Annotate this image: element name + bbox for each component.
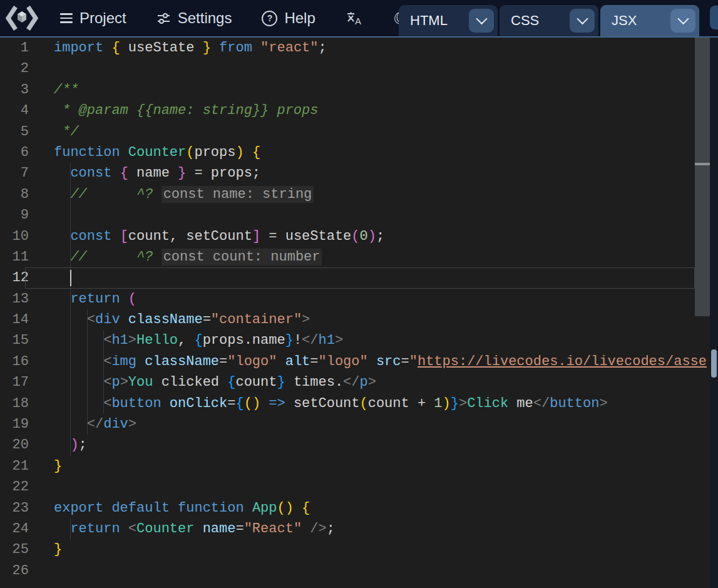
- code-line[interactable]: 1import { useState } from "react";: [0, 38, 718, 58]
- line-number: 7: [0, 163, 39, 183]
- code-line[interactable]: 16 <img className="logo" alt="logo" src=…: [0, 351, 718, 372]
- line-number: 17: [0, 372, 39, 393]
- indent-guide: [70, 289, 71, 309]
- code-text: [39, 205, 718, 225]
- code-token: [302, 521, 310, 537]
- code-token: {: [235, 396, 244, 411]
- code-token: onClick: [170, 396, 227, 411]
- code-token: me: [508, 396, 533, 411]
- code-line[interactable]: 17 <p>You clicked {count} times.</p>: [0, 372, 718, 393]
- code-token: "react": [260, 40, 318, 56]
- code-text: * @param {{name: string}} props: [39, 100, 718, 121]
- code-token: img: [111, 354, 136, 369]
- translate-button[interactable]: A: [346, 10, 363, 26]
- code-line[interactable]: 6function Counter(props) {: [0, 142, 718, 163]
- code-line[interactable]: 21}: [0, 456, 718, 477]
- code-token: [211, 40, 219, 56]
- line-number: 1: [0, 38, 39, 58]
- code-token: >: [302, 312, 310, 328]
- code-token: [277, 354, 285, 369]
- code-token: [54, 291, 70, 307]
- code-text: const { name } = props;: [39, 163, 718, 183]
- tab-css[interactable]: CSS: [500, 5, 598, 36]
- tab-html[interactable]: HTML: [399, 5, 498, 36]
- project-menu-button[interactable]: Project: [60, 9, 126, 27]
- code-text: <button onClick={() => setCount(count + …: [39, 393, 718, 414]
- code-token: <: [103, 333, 111, 348]
- help-menu-button[interactable]: ? Help: [262, 9, 315, 27]
- code-token: [153, 249, 161, 265]
- code-line[interactable]: 24 return <Counter name="React" />;: [0, 518, 718, 539]
- code-token: [170, 500, 178, 516]
- code-token: setCount: [285, 396, 360, 411]
- indent-guide: [70, 309, 71, 330]
- code-line[interactable]: 25}: [0, 539, 718, 560]
- code-token: [120, 291, 128, 307]
- url-link[interactable]: https://livecodes.io/livecodes/asse: [418, 354, 707, 369]
- code-line[interactable]: 2: [0, 58, 718, 79]
- livecodes-logo[interactable]: [5, 4, 39, 33]
- code-line[interactable]: 13 return (: [0, 289, 718, 309]
- code-editor[interactable]: 1import { useState } from "react";23/**4…: [0, 38, 718, 588]
- code-token: p: [111, 374, 120, 390]
- line-number: 6: [0, 142, 39, 163]
- line-number: 14: [0, 309, 39, 330]
- settings-menu-label: Settings: [178, 9, 232, 27]
- code-line[interactable]: 26: [0, 560, 718, 581]
- code-line[interactable]: 5 */: [0, 121, 718, 142]
- code-token: >: [459, 396, 467, 411]
- line-number: 2: [0, 58, 39, 79]
- code-token: =: [310, 354, 318, 369]
- split-gutter[interactable]: [710, 38, 718, 588]
- code-token: [244, 145, 252, 160]
- clipped-button[interactable]: [710, 6, 718, 29]
- code-line[interactable]: 4 * @param {{name: string}} props: [0, 100, 718, 121]
- settings-menu-button[interactable]: Settings: [156, 9, 232, 27]
- code-token: ): [443, 396, 451, 411]
- code-line[interactable]: 10 const [count, setCount] = useState(0)…: [0, 226, 718, 247]
- tab-jsx[interactable]: JSX: [600, 5, 699, 36]
- code-token: />: [310, 521, 326, 537]
- code-token: [54, 333, 103, 348]
- code-token: </: [302, 333, 318, 348]
- chevron-down-icon: [677, 13, 689, 24]
- code-token: ): [252, 396, 260, 411]
- pane-scrollbar-thumb[interactable]: [711, 349, 717, 378]
- html-language-selector-button[interactable]: [469, 9, 494, 33]
- code-text: // ^? const count: number: [39, 247, 718, 267]
- code-line[interactable]: 15 <h1>Hello, {props.name}!</h1>: [0, 330, 718, 351]
- indent-guide: [70, 435, 71, 455]
- code-token: [54, 396, 103, 411]
- line-number: 24: [0, 518, 39, 539]
- editor-scrollbar: [695, 38, 710, 588]
- line-number: 25: [0, 539, 39, 560]
- code-token: Counter: [128, 145, 186, 160]
- code-token: [120, 145, 128, 160]
- code-line[interactable]: 22: [0, 477, 718, 497]
- code-line[interactable]: 11 // ^? const count: number: [0, 247, 718, 267]
- code-token: =: [401, 354, 409, 369]
- code-line[interactable]: 23export default function App() {: [0, 498, 718, 518]
- code-line[interactable]: 18 <button onClick={() => setCount(count…: [0, 393, 718, 414]
- code-token: =: [203, 312, 211, 328]
- code-line[interactable]: 19 </div>: [0, 414, 718, 435]
- code-token: ;: [327, 521, 335, 537]
- scrollbar-thumb[interactable]: [695, 38, 710, 316]
- code-line[interactable]: 8 // ^? const name: string: [0, 184, 718, 205]
- code-token: button: [111, 396, 161, 411]
- code-line[interactable]: 9: [0, 205, 718, 225]
- code-token: import: [54, 40, 103, 56]
- jsx-language-selector-button[interactable]: [670, 9, 695, 33]
- code-line[interactable]: 7 const { name } = props;: [0, 163, 718, 183]
- code-token: =: [219, 354, 227, 369]
- code-line[interactable]: 3/**: [0, 80, 718, 100]
- code-token: times.: [285, 374, 343, 390]
- code-line[interactable]: 20 );: [0, 435, 718, 455]
- code-token: export: [54, 500, 103, 516]
- code-token: div: [103, 416, 128, 432]
- code-token: src: [376, 354, 401, 369]
- css-language-selector-button[interactable]: [570, 9, 595, 33]
- code-token: name: [128, 165, 178, 181]
- code-line[interactable]: 14 <div className="container">: [0, 309, 718, 330]
- svg-text:A: A: [355, 16, 361, 26]
